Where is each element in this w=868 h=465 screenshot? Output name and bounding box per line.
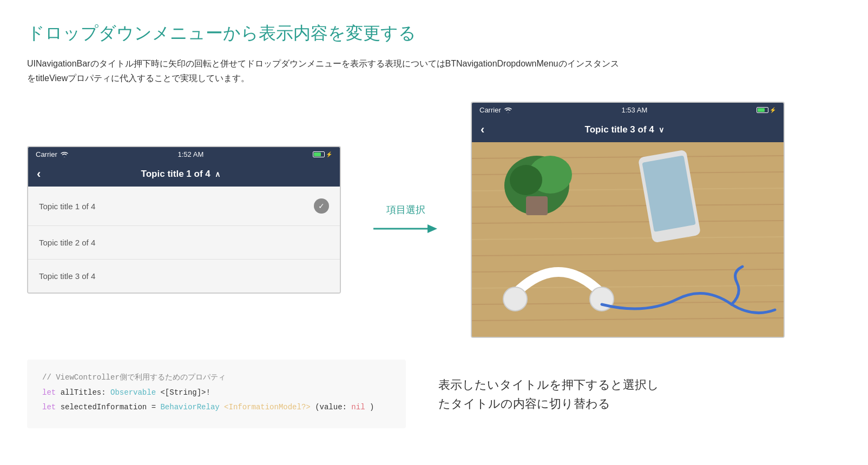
lightning-icon: ⚡ — [326, 151, 332, 157]
dropdown-item-2-label: Topic title 2 of 4 — [39, 238, 95, 247]
right-nav-bar[interactable]: ‹ Topic title 3 of 4 ∨ — [472, 117, 784, 142]
carrier-label: Carrier — [36, 150, 57, 158]
svg-point-20 — [503, 287, 527, 311]
code-class-2: BehaviorRelay — [160, 403, 219, 411]
right-status-right: ⚡ — [757, 107, 776, 113]
kw-nil-2: nil — [351, 403, 365, 411]
code-line-1: let allTitles: Observable <[String]>! — [42, 387, 391, 398]
checkmark-icon-1: ✓ — [314, 198, 329, 214]
bottom-section: // ViewController側で利用するためのプロパティ let allT… — [27, 360, 841, 428]
code-block: // ViewController側で利用するためのプロパティ let allT… — [27, 360, 406, 428]
dropdown-list: Topic title 1 of 4 ✓ Topic title 2 of 4 … — [28, 187, 340, 293]
code-name-2: selectedInformation = — [61, 403, 161, 411]
status-left: Carrier — [36, 150, 69, 158]
left-mockup: Carrier 1:52 AM ⚡ ‹ To — [27, 146, 341, 294]
right-status-bar: Carrier 1:53 AM ⚡ — [472, 103, 784, 117]
right-time: 1:53 AM — [622, 106, 648, 114]
left-time: 1:52 AM — [178, 150, 204, 158]
kw-let-2: let — [42, 403, 56, 411]
nav-title-group[interactable]: Topic title 1 of 4 ∧ — [141, 169, 220, 180]
left-status-bar: Carrier 1:52 AM ⚡ — [28, 147, 340, 162]
page-title: ドロップダウンメニューから表示内容を変更する — [27, 22, 841, 45]
right-mockup: Carrier 1:53 AM ⚡ ‹ To — [471, 102, 785, 338]
dropdown-item-3[interactable]: Topic title 3 of 4 — [28, 260, 340, 293]
right-description: 表示したいタイトルを押下すると選択したタイトルの内容に切り替わる — [438, 375, 666, 413]
arrow-label: 項目選択 — [386, 203, 425, 216]
svg-point-16 — [510, 165, 542, 195]
demo-section: Carrier 1:52 AM ⚡ ‹ To — [27, 102, 841, 338]
code-name-1: allTitles: — [61, 388, 110, 397]
right-wifi-icon — [504, 107, 512, 114]
photo-scene — [472, 142, 784, 337]
right-nav-title: Topic title 3 of 4 — [585, 124, 654, 135]
right-lightning-icon: ⚡ — [770, 107, 776, 113]
right-battery-indicator: ⚡ — [757, 107, 776, 113]
back-button-right[interactable]: ‹ — [481, 123, 484, 137]
kw-let-1: let — [42, 388, 56, 397]
code-end-2: ) — [370, 403, 374, 411]
right-nav-title-group[interactable]: Topic title 3 of 4 ∨ — [585, 124, 664, 135]
code-type-1: Observable — [110, 388, 156, 397]
nav-arrow-down-icon: ∨ — [659, 125, 664, 134]
nav-arrow-up-icon: ∧ — [215, 170, 220, 178]
svg-rect-17 — [526, 196, 548, 215]
wifi-icon — [60, 151, 69, 158]
dropdown-item-3-label: Topic title 3 of 4 — [39, 271, 95, 281]
dropdown-item-1-label: Topic title 1 of 4 — [39, 202, 95, 211]
dropdown-item-1[interactable]: Topic title 1 of 4 ✓ — [28, 187, 340, 226]
page-description: UINavigationBarのタイトル押下時に矢印の回転と併せてドロップダウン… — [27, 56, 622, 85]
battery-indicator: ⚡ — [313, 151, 332, 157]
code-comment: // ViewController側で利用するためのプロパティ — [42, 373, 391, 382]
right-carrier-label: Carrier — [479, 106, 501, 114]
svg-marker-1 — [428, 224, 437, 233]
nav-title-left: Topic title 1 of 4 — [141, 169, 211, 180]
content-photo — [472, 142, 784, 337]
left-nav-bar[interactable]: ‹ Topic title 1 of 4 ∧ — [28, 162, 340, 187]
code-type-2: <InformationModel?> — [224, 403, 311, 411]
code-line-2: let selectedInformation = BehaviorRelay … — [42, 401, 391, 413]
dropdown-item-2[interactable]: Topic title 2 of 4 — [28, 226, 340, 260]
code-rest-2: (value: — [315, 403, 351, 411]
back-button-left[interactable]: ‹ — [37, 167, 41, 181]
code-rest-1: <[String]>! — [160, 388, 210, 397]
right-arrow-icon — [373, 221, 438, 237]
right-status-left: Carrier — [479, 106, 512, 114]
status-right: ⚡ — [313, 151, 332, 157]
selection-arrow-section: 項目選択 — [373, 203, 438, 237]
